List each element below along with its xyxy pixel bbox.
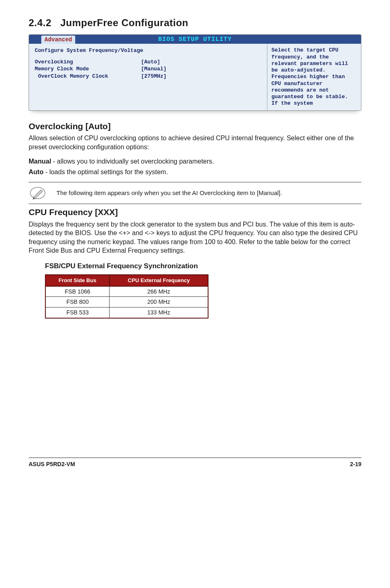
table-row: FSB 533 133 MHz: [45, 307, 208, 318]
overclocking-heading: Overclocking [Auto]: [29, 121, 361, 132]
bios-row-value: [Manual]: [141, 65, 166, 73]
cpu-freq-paragraph: Displays the frequency sent by the clock…: [29, 220, 361, 255]
table-cell: 133 MHz: [110, 307, 208, 318]
table-cell: 266 MHz: [110, 286, 208, 297]
bios-row: Overclocking [Auto]: [35, 58, 261, 66]
overclocking-manual-line: Manual - allows you to individually set …: [29, 157, 361, 166]
manual-label: Manual: [29, 158, 51, 165]
bios-body: Configure System Frequency/Voltage Overc…: [29, 44, 361, 110]
bios-row-label: Memory Clock Mode: [35, 65, 141, 73]
bios-row-label: Overclocking: [35, 58, 141, 66]
note-box: The following item appears only when you…: [29, 182, 361, 204]
cpu-freq-heading: CPU Frequency [XXX]: [29, 206, 361, 218]
section-title: JumperFree Configuration: [60, 17, 188, 28]
table-cell: 200 MHz: [110, 297, 208, 307]
table-cell: FSB 1066: [45, 286, 110, 297]
manual-text: - allows you to individually set overclo…: [51, 158, 214, 165]
table-header: Front Side Bus: [45, 275, 110, 286]
section-number: 2.4.2: [29, 17, 52, 28]
table-row: FSB 1066 266 MHz: [45, 286, 208, 297]
overclocking-paragraph: Allows selection of CPU overclocking opt…: [29, 134, 361, 151]
bios-header: BIOS SETUP UTILITY Advanced: [29, 35, 361, 44]
footer-right: 2-19: [350, 460, 361, 468]
svg-marker-1: [34, 190, 43, 199]
table-cell: FSB 533: [45, 307, 110, 318]
bios-row: Memory Clock Mode [Manual]: [35, 65, 261, 73]
bios-left-title: Configure System Frequency/Voltage: [35, 47, 261, 54]
bios-row: OverClock Memory Clock [275MHz]: [35, 73, 261, 80]
note-text: The following item appears only when you…: [56, 189, 361, 197]
bios-row-label: OverClock Memory Clock: [35, 73, 141, 80]
auto-text: - loads the optimal settings for the sys…: [43, 168, 168, 175]
table-header: CPU External Frequency: [110, 275, 208, 286]
fsb-table-heading: FSB/CPU External Frequency Synchronizati…: [45, 262, 361, 271]
section-heading: 2.4.2 JumperFree Configuration: [29, 16, 361, 29]
table-cell: FSB 800: [45, 297, 110, 307]
bios-help-pane: Select the target CPU frequency, and the…: [267, 44, 361, 110]
table-header-row: Front Side Bus CPU External Frequency: [45, 275, 208, 286]
bios-tab-advanced: Advanced: [41, 36, 75, 44]
footer-left: ASUS P5RD2-VM: [29, 460, 75, 468]
page-footer: ASUS P5RD2-VM 2-19: [29, 458, 361, 468]
bios-row-value: [275MHz]: [141, 73, 166, 80]
bios-row-value: [Auto]: [141, 58, 160, 66]
bios-panel: BIOS SETUP UTILITY Advanced Configure Sy…: [29, 34, 361, 110]
bios-left-pane: Configure System Frequency/Voltage Overc…: [29, 44, 267, 110]
auto-label: Auto: [29, 168, 43, 175]
bios-header-title: BIOS SETUP UTILITY: [158, 36, 232, 43]
fsb-table: Front Side Bus CPU External Frequency FS…: [45, 274, 208, 319]
overclocking-auto-line: Auto - loads the optimal settings for th…: [29, 168, 361, 177]
table-row: FSB 800 200 MHz: [45, 297, 208, 307]
pencil-icon: [29, 185, 47, 201]
